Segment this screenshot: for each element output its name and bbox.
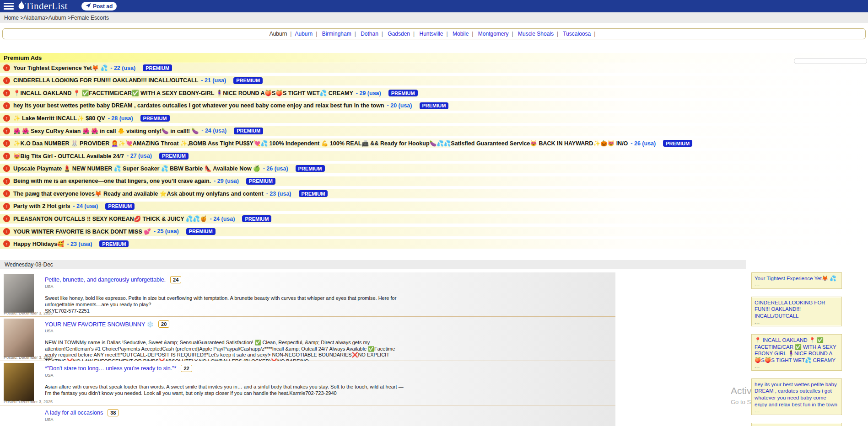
premium-ad-age-region: - 25 (usa) <box>154 228 179 234</box>
premium-ad-row[interactable]: ↑ ✨ Lake Merritt INCALL✨ $80 QV - 28 (us… <box>0 113 868 123</box>
city-links: Auburn| Birmingham| Dothan| Gadsden| Hun… <box>295 31 598 37</box>
up-arrow-icon: ↑ <box>3 165 10 172</box>
premium-ad-row[interactable]: ↑ hey its your best wettes petite baby D… <box>0 101 868 111</box>
sidebar-premium-box[interactable]: hey its your best wettes petite baby DRE… <box>751 378 842 415</box>
listing-photo-thumbnail[interactable] <box>4 274 34 313</box>
posted-date: Posted: December 3, 2025 <box>4 355 53 360</box>
sidebar-premium-title-link[interactable]: CINDERELLA LOOKING FOR FUN!!! OAKLAND!!!… <box>755 299 839 320</box>
premium-badge: PREMIUM <box>388 90 418 96</box>
sidebar-premium-title-link[interactable]: 📍 INCALL OAKLAND 📍 ✅ FACETIME/CAR ✅ WITH… <box>755 337 839 364</box>
premium-ad-age-region: - 28 (usa) <box>108 115 133 122</box>
listing-photo-thumbnail[interactable] <box>4 319 34 357</box>
premium-ad-row[interactable]: ↑ The pawg that everyone loves🦊 Ready an… <box>0 189 868 198</box>
premium-ad-title[interactable]: The pawg that everyone loves🦊 Ready and … <box>13 190 264 197</box>
premium-ad-row[interactable]: ↑ Happy HOlidays🥰 - 23 (usa) PREMIUM <box>0 239 868 249</box>
up-arrow-icon: ↑ <box>3 228 10 235</box>
premium-ad-title[interactable]: 🌺 🌺 Sexy CuRvy Asian 🌺 🌺 in call 🐥 visit… <box>13 128 199 134</box>
premium-ad-title[interactable]: Your Tightest Experience Yet🦊 💦 <box>13 64 108 71</box>
premium-ad-row[interactable]: ↑ Your Tightest Experience Yet🦊 💦 - 22 (… <box>0 63 868 73</box>
city-link[interactable]: Birmingham <box>322 31 351 37</box>
premium-ads-list: ↑ Your Tightest Experience Yet🦊 💦 - 22 (… <box>0 63 868 249</box>
premium-ad-title[interactable]: YOUR WINTER FAVORITE IS BACK DONT MISS 💕 <box>13 228 151 235</box>
premium-ad-row[interactable]: ↑ PLEASANTON OUTCALLS !! SEXY KOREAN💋 TH… <box>0 214 868 224</box>
listing-title-link[interactable]: *"Don't stare too long… unless you're re… <box>45 365 176 372</box>
listing-title-link[interactable]: A lady for all occasions <box>45 410 103 416</box>
premium-ad-title[interactable]: hey its your best wettes petite baby DRE… <box>13 102 384 109</box>
age-badge: 24 <box>170 276 181 283</box>
site-logo[interactable]: TinderList <box>17 0 68 12</box>
city-link[interactable]: Tuscaloosa <box>563 31 591 37</box>
premium-ad-title[interactable]: 📍INCALL OAKLAND 📍 ✅FACETIME/CAR✅ WITH A … <box>13 90 353 96</box>
premium-ad-title[interactable]: ✨ Lake Merritt INCALL✨ $80 QV <box>13 115 105 122</box>
listing-item[interactable]: A lady for all occasions 38 USA <box>0 405 615 426</box>
premium-ad-age-region: - 23 (usa) <box>67 241 92 247</box>
listing-photo-thumbnail[interactable] <box>4 363 34 401</box>
up-arrow-icon: ↑ <box>3 90 10 96</box>
paper-plane-icon <box>86 3 91 10</box>
premium-ad-row[interactable]: ↑ Upscale Playmate 💄 NEW NUMBER 💦 Super … <box>0 164 868 173</box>
sidebar-ellipsis: ... <box>755 364 839 368</box>
sidebar-ellipsis: ... <box>755 320 839 324</box>
sidebar-premium-box[interactable]: CINDERELLA LOOKING FOR FUN!!! OAKLAND!!!… <box>751 297 842 326</box>
premium-ad-title[interactable]: CINDERELLA LOOKING FOR FUN!!! OAKLAND!!!… <box>13 77 198 84</box>
sidebar-premium-box[interactable]: ✨ Lake Merritt INCALL✨ $80 QV ... <box>751 423 842 426</box>
empty-pill-box <box>794 58 867 64</box>
premium-ad-title[interactable]: 😻Big Tits Girl - OUTCALL Available 24/7 <box>13 153 124 160</box>
premium-ad-title[interactable]: Being with me is an experience—one that … <box>13 178 211 184</box>
premium-ad-row[interactable]: ↑ 📍INCALL OAKLAND 📍 ✅FACETIME/CAR✅ WITH … <box>0 88 868 98</box>
premium-ad-age-region: - 23 (usa) <box>266 191 291 197</box>
premium-ad-title[interactable]: Happy HOlidays🥰 <box>13 240 64 247</box>
premium-badge: PREMIUM <box>99 240 129 247</box>
premium-ad-title[interactable]: Party with 2 Hot girls <box>13 203 70 209</box>
date-group-header: Wednesday-03-Dec <box>0 260 746 269</box>
premium-sidebar: Your Tightest Experience Yet🦊 💦 ... CIND… <box>751 272 842 426</box>
city-link[interactable]: Muscle Shoals <box>518 31 554 37</box>
listing-item[interactable]: Petite, brunette, and dangerously unforg… <box>0 272 615 317</box>
premium-ad-row[interactable]: ↑ YOUR WINTER FAVORITE IS BACK DONT MISS… <box>0 227 868 236</box>
breadcrumb[interactable]: Home >Alabama>Auburn >Female Escorts <box>0 12 868 23</box>
listing-country: USA <box>45 373 406 378</box>
listing-item[interactable]: YOUR NEW FAVORITE SNOWBUNNY ❄️ 20 USA NE… <box>0 317 615 361</box>
premium-ad-title[interactable]: Upscale Playmate 💄 NEW NUMBER 💦 Super So… <box>13 165 260 172</box>
premium-ad-row[interactable]: ↑ 😻Big Tits Girl - OUTCALL Available 24/… <box>0 151 868 161</box>
age-badge: 22 <box>181 365 192 372</box>
up-arrow-icon: ↑ <box>3 153 10 160</box>
listing-description: Sweet like honey, bold like espresso. Pe… <box>45 295 406 308</box>
up-arrow-icon: ↑ <box>3 115 10 122</box>
city-link[interactable]: Gadsden <box>388 31 410 37</box>
premium-ad-age-region: - 20 (usa) <box>387 102 412 109</box>
sidebar-premium-title-link[interactable]: hey its your best wettes petite baby DRE… <box>755 381 839 408</box>
city-link[interactable]: Mobile <box>453 31 469 37</box>
premium-ad-age-region: - 24 (usa) <box>210 216 235 222</box>
premium-ad-title[interactable]: PLEASANTON OUTCALLS !! SEXY KOREAN💋 THIC… <box>13 215 207 222</box>
premium-badge: PREMIUM <box>105 203 135 210</box>
premium-ad-title[interactable]: ✨K.O Daa NUMBER 🐰 PROVIDER 👩‍🦰✨💘AMAZING … <box>13 140 628 147</box>
premium-ad-row[interactable]: ↑ 🌺 🌺 Sexy CuRvy Asian 🌺 🌺 in call 🐥 vis… <box>0 126 868 136</box>
up-arrow-icon: ↑ <box>3 77 10 84</box>
listing-title-link[interactable]: YOUR NEW FAVORITE SNOWBUNNY ❄️ <box>45 321 154 328</box>
hamburger-menu-icon[interactable] <box>4 3 14 10</box>
city-link[interactable]: Montgomery <box>478 31 509 37</box>
premium-badge: PREMIUM <box>233 77 263 84</box>
premium-badge: PREMIUM <box>242 215 271 222</box>
listing-photo-thumbnail[interactable] <box>4 407 34 426</box>
city-link[interactable]: Auburn <box>295 31 313 37</box>
premium-ad-row[interactable]: ↑ CINDERELLA LOOKING FOR FUN!!! OAKLAND!… <box>0 76 868 85</box>
premium-ad-row[interactable]: ↑ Being with me is an experience—one tha… <box>0 176 868 186</box>
listing-title-link[interactable]: Petite, brunette, and dangerously unforg… <box>45 277 166 283</box>
sidebar-premium-box[interactable]: 📍 INCALL OAKLAND 📍 ✅ FACETIME/CAR ✅ WITH… <box>751 334 842 371</box>
city-link[interactable]: Dothan <box>361 31 378 37</box>
premium-ad-row[interactable]: ↑ Party with 2 Hot girls - 24 (usa) PREM… <box>0 202 868 211</box>
site-title: TinderList <box>25 0 68 12</box>
listing-item[interactable]: *"Don't stare too long… unless you're re… <box>0 361 615 405</box>
age-badge: 20 <box>158 320 169 328</box>
premium-badge: PREMIUM <box>246 178 275 185</box>
premium-badge: PREMIUM <box>296 165 325 172</box>
sidebar-premium-title-link[interactable]: Your Tightest Experience Yet🦊 💦 <box>755 275 839 282</box>
listing-description: Asian allure with curves that speak loud… <box>45 384 406 396</box>
post-ad-button[interactable]: Post ad <box>81 2 117 11</box>
sidebar-premium-box[interactable]: Your Tightest Experience Yet🦊 💦 ... <box>751 272 842 289</box>
premium-ad-row[interactable]: ↑ ✨K.O Daa NUMBER 🐰 PROVIDER 👩‍🦰✨💘AMAZIN… <box>0 138 868 148</box>
up-arrow-icon: ↑ <box>3 190 10 197</box>
city-link[interactable]: Huntsville <box>420 31 443 37</box>
